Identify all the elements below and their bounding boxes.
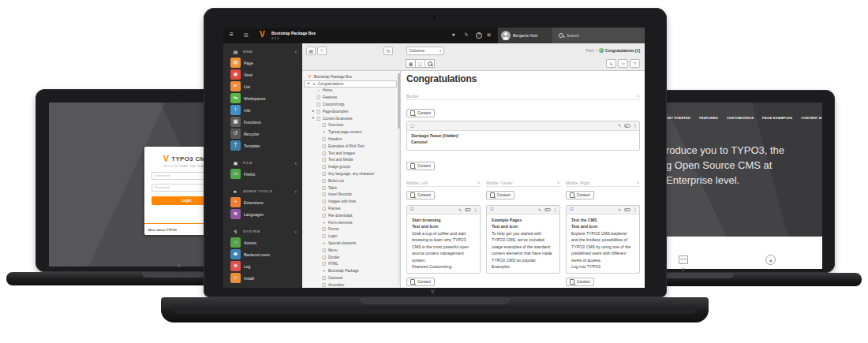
tree-item[interactable]: ▢ Divider — [302, 254, 400, 261]
tree-scrollbar[interactable] — [398, 73, 400, 285]
system-info-grid-icon[interactable]: ⊞ — [487, 32, 491, 37]
tree-item[interactable]: V Bootstrap Package Box — [302, 73, 400, 80]
tree-item[interactable]: ▢ Any language, any character — [302, 170, 400, 177]
tree-item[interactable]: ▾ ▢ Content Examples — [302, 115, 400, 122]
columns-select[interactable]: Columns ▾ — [406, 47, 444, 55]
content-element-card[interactable]: ▢ ✎ ▯ Startpage Teaser [Hidden] Carousel — [406, 121, 640, 151]
module-menu-item[interactable]: ◉ View — [223, 69, 302, 80]
tree-item[interactable]: ⌂ Home — [302, 88, 400, 95]
module-menu-item[interactable]: ☼ Install — [223, 272, 302, 284]
module-menu-item[interactable]: ≡ List — [223, 80, 302, 92]
refresh-button[interactable]: ↻ — [383, 47, 393, 55]
edit-icon[interactable]: ✎ — [618, 124, 621, 128]
module-section-web[interactable]: ▤ WEB ▾ — [223, 47, 302, 57]
bookmark-button[interactable]: ☆ — [618, 59, 628, 68]
module-section-file[interactable]: ▣ FILE ▾ — [223, 158, 302, 168]
tree-item[interactable]: ▢ Text and Images — [302, 150, 400, 157]
visibility-toggle[interactable] — [624, 208, 630, 212]
visibility-toggle[interactable] — [624, 124, 630, 128]
card-links[interactable]: Log into TYPO3 — [571, 263, 634, 270]
clear-cache-bolt-icon[interactable]: ϟ — [465, 32, 468, 37]
more-about-typo3-link[interactable]: More about TYPO3 — [148, 228, 177, 232]
tree-item[interactable]: ▢ HTML — [302, 261, 400, 268]
module-menu-item[interactable]: ⇆ Workspaces — [223, 92, 302, 104]
tree-item[interactable]: ▢ Accordion — [302, 281, 400, 288]
tree-item[interactable]: ▢ Bullet List — [302, 177, 400, 185]
tree-item[interactable]: ▢ Table — [302, 185, 400, 192]
tree-item[interactable]: ▢ Insert Records — [302, 192, 400, 199]
delete-icon[interactable]: ▯ — [554, 208, 556, 212]
module-menu-item[interactable]: i Info — [223, 104, 302, 116]
tree-item[interactable]: ▢ Customizings — [302, 101, 400, 108]
filter-button[interactable]: ▽ — [317, 47, 327, 55]
module-menu-item[interactable]: ☻ Backend users — [223, 248, 302, 260]
tree-item[interactable]: + Form elements — [302, 219, 400, 226]
content-element-card[interactable]: ⊡ ✎ ▯ Start browsing Text and Icon Grab … — [406, 205, 481, 274]
search-input[interactable] — [567, 33, 630, 38]
site-nav-item[interactable]: GET STARTED — [666, 116, 690, 120]
add-content-button[interactable]: Content — [406, 109, 435, 117]
add-content-button[interactable]: Content — [566, 278, 594, 286]
module-section-system[interactable]: ↯ SYSTEM ▾ — [223, 226, 302, 237]
user-menu[interactable]: Benjamin Kott — [498, 28, 552, 43]
new-page-button[interactable]: ▤ — [306, 47, 316, 55]
cache-bolt-button[interactable]: ϟ — [606, 59, 616, 68]
tree-item[interactable]: + Bootstrap Package — [302, 267, 400, 274]
module-menu-item[interactable]: ≣ Log — [223, 260, 302, 272]
module-grid-icon[interactable]: ⊞ — [244, 32, 249, 38]
tree-item[interactable]: ▢ Image groups — [302, 163, 400, 170]
visibility-toggle[interactable] — [465, 208, 471, 212]
module-menu-item[interactable]: ⊕ Languages — [223, 208, 302, 220]
card-links[interactable]: Features Customizing — [412, 263, 475, 270]
tree-item[interactable]: ▢ File downloads — [302, 212, 400, 219]
add-content-button[interactable]: Content — [406, 162, 435, 170]
tree-item[interactable]: ▢ Menu — [302, 247, 400, 254]
add-content-button[interactable]: Content — [406, 191, 435, 199]
module-menu-item[interactable]: ▤ Page — [223, 57, 302, 69]
delete-icon[interactable]: ▯ — [634, 124, 636, 128]
tree-item[interactable]: ▢ Forms — [302, 226, 400, 233]
delete-icon[interactable]: ▯ — [634, 208, 636, 212]
content-element-card[interactable]: ⊡ ✎ ▯ Test the CMS Text and Icon Explore… — [566, 205, 640, 274]
edit-section-icon[interactable]: ✎ — [637, 181, 640, 185]
site-nav-item[interactable]: CONTENT EXAMPLES — [801, 116, 822, 120]
help-button[interactable]: ? — [630, 59, 640, 68]
tree-item[interactable]: ▢ Overview — [302, 122, 400, 129]
help-icon[interactable]: ? — [476, 32, 482, 39]
tree-item[interactable]: ▢ Frames — [302, 205, 400, 212]
card-links[interactable]: Examples — [492, 263, 555, 270]
edit-section-icon[interactable]: ✎ — [637, 94, 640, 99]
menu-toggle-icon[interactable]: ≡ — [230, 32, 234, 38]
edit-icon[interactable]: ✎ — [458, 208, 462, 212]
module-menu-item[interactable]: + Extensions — [223, 196, 302, 208]
tree-item[interactable]: ▸ ▢ Page Examples — [302, 108, 400, 115]
module-menu-item[interactable]: ∩ Access — [223, 237, 302, 248]
edit-icon[interactable]: ✎ — [618, 208, 621, 212]
site-nav-item[interactable]: PAGE EXAMPLES — [762, 116, 792, 120]
site-nav-item[interactable]: FEATURES — [699, 116, 718, 120]
module-menu-item[interactable]: ▭ Filelist — [223, 168, 302, 180]
add-content-button[interactable]: Content — [566, 191, 594, 199]
tree-item[interactable]: ▢ Login — [302, 233, 400, 240]
search-button[interactable] — [425, 59, 435, 68]
visibility-toggle[interactable] — [544, 208, 551, 212]
add-content-button[interactable]: Content — [406, 278, 435, 286]
module-menu-item[interactable]: ↺ Recycler — [223, 128, 302, 140]
module-menu-item[interactable]: ▦ Functions — [223, 116, 302, 128]
module-section-admin-tools[interactable]: ► ADMIN TOOLS ▾ — [223, 186, 302, 196]
tree-item[interactable]: + Typical page content — [302, 129, 400, 136]
edit-icon[interactable]: ✎ — [538, 208, 541, 212]
tree-item[interactable]: + Special elements — [302, 240, 400, 247]
tree-item[interactable]: ▢ Images with links — [302, 198, 400, 205]
tree-item[interactable]: ▢ Features — [302, 94, 400, 101]
edit-section-icon[interactable]: ✎ — [557, 181, 560, 185]
content-element-card[interactable]: ⊡ ✎ ▯ Example Pages Text and Icon To hel… — [486, 205, 560, 274]
module-menu-item[interactable]: T Template — [223, 140, 302, 151]
tree-item[interactable]: ▢ Headers — [302, 136, 400, 143]
tree-item[interactable]: ▢ Examples of Rich Text — [302, 143, 400, 150]
add-content-button[interactable]: Content — [486, 191, 514, 199]
delete-icon[interactable]: ▯ — [474, 208, 477, 212]
edit-section-icon[interactable]: ✎ — [477, 181, 481, 185]
tree-item[interactable]: ▾ ● Congratulations — [302, 80, 400, 88]
tree-item[interactable]: ▢ Text and Media — [302, 157, 400, 164]
